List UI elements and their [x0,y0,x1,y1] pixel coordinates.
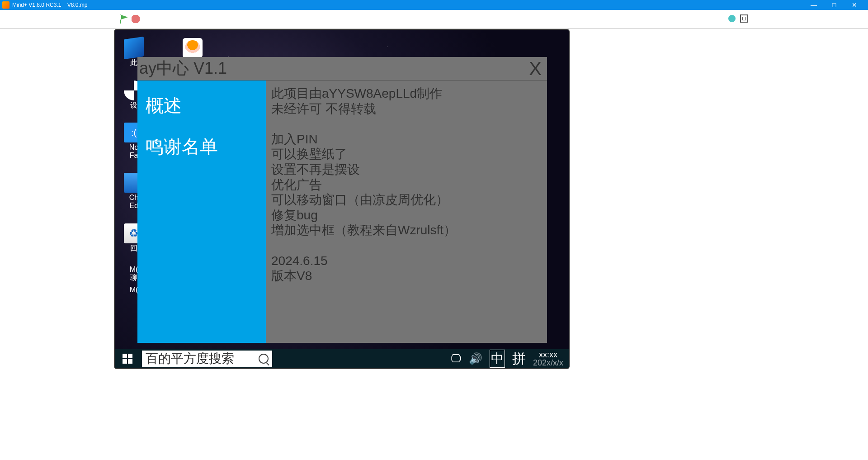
dialog-close-button[interactable]: X [529,58,542,80]
tab-overview[interactable]: 概述 [146,93,258,118]
app-name: Mind+ V1.8.0 RC3.1 [12,2,61,8]
ay-center-dialog: ay中心 V1.1 X 概述 鸣谢名单 此项目由aYYSW8AepLLd制作 未… [137,57,547,343]
fullscreen-icon[interactable] [740,14,748,23]
clock-date: 202x/x/x [533,359,563,367]
sim-taskbar: 百的平方度搜索 🖵 🔊 中 拼 xx:xx 202x/x/x [115,349,569,368]
volume-icon[interactable]: 🔊 [469,352,482,365]
tab-credits[interactable]: 鸣谢名单 [146,134,258,159]
stop-icon[interactable] [132,15,140,23]
titlebar-text: Mind+ V1.8.0 RC3.1 V8.0.mp [12,2,807,8]
dialog-content: 此项目由aYYSW8AepLLd制作 未经许可 不得转载 加入PIN 可以换壁纸… [266,81,547,343]
search-text: 百的平方度搜索 [146,350,234,367]
search-box[interactable]: 百的平方度搜索 [142,351,272,367]
app-icon [2,1,9,9]
app-titlebar: Mind+ V1.8.0 RC3.1 V8.0.mp — □ ✕ [0,0,868,10]
dialog-title: ay中心 V1.1 [139,57,529,80]
network-icon[interactable]: 🖵 [451,352,462,365]
dialog-sidebar: 概述 鸣谢名单 [137,81,266,343]
clock[interactable]: xx:xx 202x/x/x [533,351,563,367]
ime-zh-icon[interactable]: 中 [490,350,505,368]
dialog-titlebar[interactable]: ay中心 V1.1 X [137,57,547,81]
minimize-button[interactable]: — [807,1,821,9]
stage: 此 设 :( No Fa Ch Ed 回 M( 聊 M( [114,29,570,369]
stage-mode-icon[interactable] [728,15,736,22]
close-button[interactable]: ✕ [848,1,861,9]
ime-pin-icon[interactable]: 拼 [512,350,526,368]
window-controls: — □ ✕ [807,1,866,9]
search-icon [259,354,269,364]
file-name: V8.0.mp [67,2,88,8]
maximize-button[interactable]: □ [827,1,841,9]
green-flag-icon[interactable] [120,14,128,24]
start-button[interactable] [115,349,140,368]
clock-time: xx:xx [539,351,557,359]
toolbar [0,10,868,29]
